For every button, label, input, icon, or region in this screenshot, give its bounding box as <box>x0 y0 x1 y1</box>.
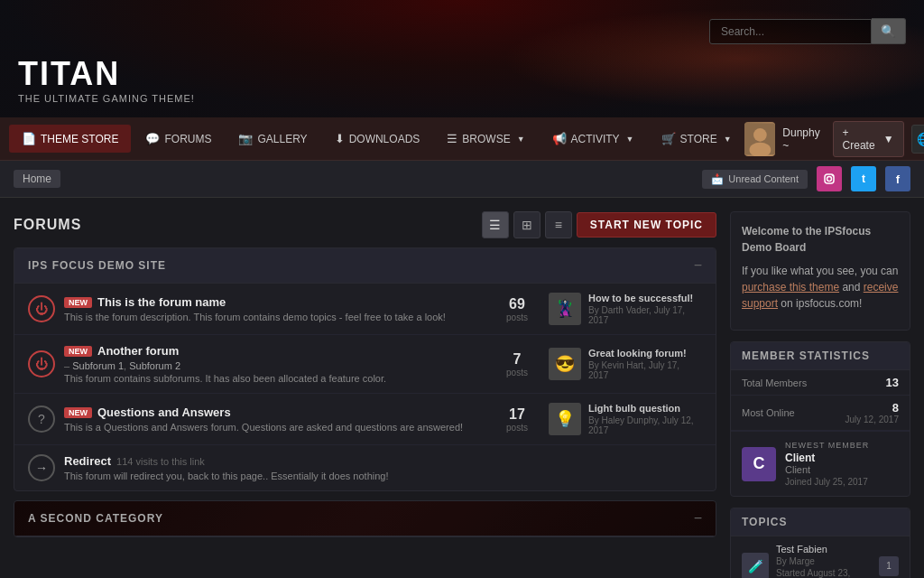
header-title-area: TITAN THE ULTIMATE GAMING THEME! <box>18 58 195 104</box>
nav-label-store: STORE <box>680 133 717 145</box>
newest-member-avatar: C <box>742 447 776 481</box>
forum-redirect-icon: → <box>28 454 55 481</box>
create-button[interactable]: + Create ▼ <box>833 121 904 157</box>
newest-member-name[interactable]: Client <box>785 452 899 464</box>
forum-name[interactable]: Redirect <box>64 454 111 468</box>
most-online-value-group: 8 July 12, 2017 <box>845 401 900 424</box>
topic-by: By Marge <box>776 556 872 566</box>
subforum-link[interactable]: Subforum 1 <box>72 360 124 371</box>
category-collapse-button[interactable]: − <box>694 257 702 274</box>
theme-store-icon: 📄 <box>22 132 36 145</box>
latest-info: Great looking forum! By Kevin Hart, July… <box>588 348 702 380</box>
welcome-text4: on ipsfocus.com! <box>778 297 862 310</box>
most-online-row: Most Online 8 July 12, 2017 <box>731 396 910 431</box>
instagram-button[interactable] <box>817 166 842 191</box>
forum-info: NEW Another forum – Subforum 1, Subforum… <box>64 344 485 384</box>
nav-item-activity[interactable]: 📢 ACTIVITY ▼ <box>540 125 647 153</box>
welcome-text2: If you like what you see, you can <box>742 265 898 277</box>
nav-item-store[interactable]: 🛒 STORE ▼ <box>649 125 744 153</box>
forum-stats: 7 posts <box>494 351 540 378</box>
welcome-card-body: Welcome to the IPSfocus Demo Board If yo… <box>731 212 910 330</box>
redirect-visits: 114 visits to this link <box>116 456 205 467</box>
create-arrow: ▼ <box>883 133 894 145</box>
forum-posts-label: posts <box>494 423 540 433</box>
main-content: FORUMS ☰ ⊞ ≡ START NEW TOPIC IPS FOCUS D… <box>14 211 716 578</box>
new-topic-button[interactable]: START NEW TOPIC <box>577 212 716 238</box>
category-title-second: A SECOND CATEGORY <box>28 512 163 525</box>
latest-info: How to be successful! By Darth Vader, Ju… <box>588 293 702 325</box>
welcome-text: Welcome to the IPSfocus Demo Board <box>742 223 899 256</box>
newest-member-row: C NEWEST MEMBER Client Client Joined Jul… <box>731 431 910 496</box>
forum-name-row: NEW Another forum <box>64 344 485 358</box>
nav-item-theme-store[interactable]: 📄 THEME STORE <box>9 125 131 153</box>
topics-card: Topics 🧪 Test Fabien By Marge Started Au… <box>730 508 910 578</box>
latest-info: Light bulb question By Haley Dunphy, Jul… <box>588 403 702 435</box>
forum-name-row: NEW Questions and Answers <box>64 406 485 419</box>
forum-latest: 😎 Great looking forum! By Kevin Hart, Ju… <box>549 348 702 380</box>
breadcrumb: Home <box>14 170 60 188</box>
purchase-link[interactable]: purchase this theme <box>742 281 839 294</box>
forum-description: This is the forum description. This foru… <box>64 312 485 322</box>
topic-reply-count: 1 <box>879 556 899 576</box>
facebook-button[interactable]: f <box>885 166 910 191</box>
breadcrumb-right: 📩 Unread Content t f <box>702 166 910 191</box>
avatar <box>744 122 776 156</box>
nav-label-forums: FORUMS <box>164 133 211 145</box>
store-icon: 🛒 <box>661 132 676 145</box>
header: TITAN THE ULTIMATE GAMING THEME! 🔍 <box>0 0 924 117</box>
downloads-icon: ⬇ <box>335 132 345 145</box>
latest-title[interactable]: Light bulb question <box>588 403 702 414</box>
topic-date: Started August 23, 2017 <box>776 568 872 578</box>
forum-name-row: NEW This is the forum name <box>64 295 485 309</box>
total-members-value: 13 <box>886 376 899 389</box>
newest-member-role: Client <box>785 464 899 475</box>
nav-right: Dunphy ~ + Create ▼ 🌐 💬 🖼 <box>744 121 924 157</box>
twitter-button[interactable]: t <box>851 166 876 191</box>
latest-avatar: 💡 <box>549 403 581 435</box>
nav-item-browse[interactable]: ☰ BROWSE ▼ <box>434 125 537 153</box>
view-grid-button[interactable]: ⊞ <box>513 211 541 238</box>
view-list-button[interactable]: ☰ <box>482 211 509 238</box>
subforum-link[interactable]: Subforum 2 <box>129 360 180 371</box>
site-subtitle: THE ULTIMATE GAMING THEME! <box>18 93 195 104</box>
newest-member-joined: Joined July 25, 2017 <box>785 477 899 487</box>
nav-item-downloads[interactable]: ⬇ DOWNLOADS <box>322 125 433 153</box>
forum-name[interactable]: Questions and Answers <box>97 406 231 419</box>
topic-item: 🧪 Test Fabien By Marge Started August 23… <box>731 536 910 578</box>
forum-posts-count: 69 <box>494 296 540 312</box>
nav-item-gallery[interactable]: 📷 GALLERY <box>226 125 319 153</box>
forum-name[interactable]: Another forum <box>97 344 179 358</box>
nav-user-name[interactable]: Dunphy ~ <box>782 126 825 152</box>
new-badge: NEW <box>64 297 92 308</box>
forum-category-second: A SECOND CATEGORY − <box>14 500 716 537</box>
forums-header: FORUMS ☰ ⊞ ≡ START NEW TOPIC <box>14 211 716 238</box>
latest-title[interactable]: Great looking forum! <box>588 348 702 359</box>
search-input[interactable] <box>709 19 872 44</box>
view-compact-button[interactable]: ≡ <box>545 211 572 238</box>
create-label: + Create <box>843 126 880 152</box>
breadcrumb-bar: Home 📩 Unread Content t f <box>0 161 924 198</box>
total-members-label: Total Members <box>742 378 807 388</box>
site-title: TITAN <box>18 58 195 90</box>
search-button[interactable]: 🔍 <box>872 18 906 44</box>
forum-name[interactable]: This is the forum name <box>97 295 226 309</box>
gallery-icon: 📷 <box>238 132 253 145</box>
forums-icon: 💬 <box>145 132 160 145</box>
most-online-value: 8 <box>845 401 900 415</box>
unread-content-button[interactable]: 📩 Unread Content <box>702 170 808 189</box>
nav-item-forums[interactable]: 💬 FORUMS <box>133 125 224 153</box>
forum-category-ips: IPS FOCUS DEMO SITE − ⏻ NEW This is the … <box>14 247 716 491</box>
globe-button[interactable]: 🌐 <box>911 125 924 154</box>
topic-title[interactable]: Test Fabien <box>776 544 872 555</box>
category-title-ips: IPS FOCUS DEMO SITE <box>28 259 166 272</box>
latest-title[interactable]: How to be successful! <box>588 293 702 303</box>
welcome-heading: Welcome to the IPSfocus Demo Board <box>742 225 871 254</box>
latest-meta: By Haley Dunphy, July 12, 2017 <box>588 415 702 435</box>
svg-point-4 <box>827 177 832 182</box>
forum-posts-label: posts <box>494 368 540 378</box>
breadcrumb-home[interactable]: Home <box>14 170 60 188</box>
topic-thumbnail: 🧪 <box>742 553 769 579</box>
topics-header: Topics <box>731 508 910 536</box>
category-collapse-button2[interactable]: − <box>694 510 702 527</box>
forum-name-row: Redirect 114 visits to this link <box>64 454 485 468</box>
